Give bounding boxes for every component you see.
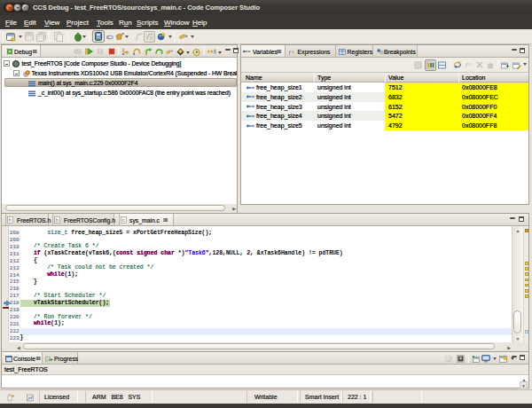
svg-text:x: x xyxy=(469,61,472,67)
svg-text:x: x xyxy=(292,49,294,54)
svg-text:c: c xyxy=(122,217,125,224)
svg-text:h: h xyxy=(56,217,59,224)
svg-text:h: h xyxy=(9,217,12,224)
